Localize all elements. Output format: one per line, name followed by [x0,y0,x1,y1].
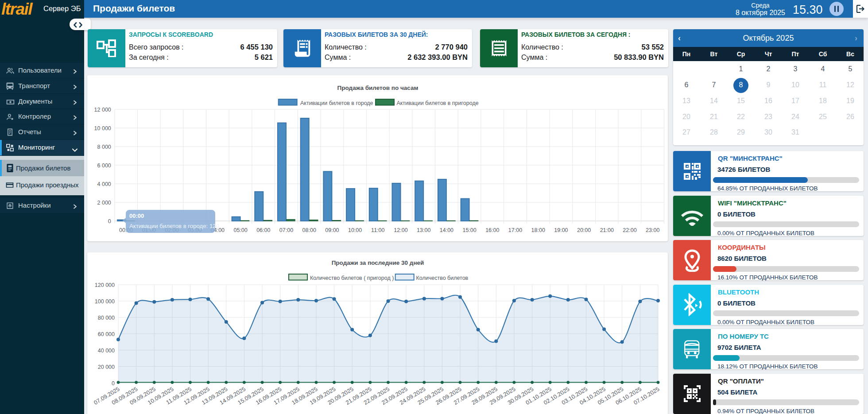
svg-text:40 000: 40 000 [98,348,115,354]
svg-text:2 000: 2 000 [97,200,111,206]
svg-text:15:00: 15:00 [462,227,476,233]
svg-text:Активации билетов в городе: Активации билетов в городе [300,100,373,106]
svg-text:Активации билетов в пригороде: Активации билетов в пригороде [396,100,478,106]
svg-text:Продажа билетов по часам: Продажа билетов по часам [337,85,418,91]
svg-text:20 000: 20 000 [98,364,115,370]
svg-text:120 000: 120 000 [95,282,115,288]
svg-text:0: 0 [112,380,115,387]
svg-text:8 000: 8 000 [97,144,111,150]
svg-text:14:00: 14:00 [440,227,453,233]
svg-text:17:00: 17:00 [508,227,522,233]
svg-text:23:00: 23:00 [646,227,659,233]
svg-text:Продажи за последние 30 дней: Продажи за последние 30 дней [332,259,424,266]
svg-text:00:00: 00:00 [129,213,144,219]
svg-text:Количество билетов: Количество билетов [416,275,469,281]
svg-text:07:00: 07:00 [279,227,293,233]
svg-text:06:00: 06:00 [256,227,270,233]
svg-text:13:00: 13:00 [417,227,430,233]
svg-text:4 000: 4 000 [97,181,111,187]
svg-text:12 000: 12 000 [94,107,111,113]
svg-text:12:00: 12:00 [394,227,407,233]
svg-text:10 000: 10 000 [94,125,111,132]
svg-text:18:00: 18:00 [531,227,545,233]
svg-text:80 000: 80 000 [98,315,115,321]
svg-text:100 000: 100 000 [95,298,115,305]
svg-text:Количество билетов ( пригород: Количество билетов ( пригород ) [310,275,394,281]
svg-text:05:00: 05:00 [233,227,247,233]
svg-text:09:00: 09:00 [325,227,339,233]
svg-text:0: 0 [108,218,111,224]
svg-text:60 000: 60 000 [98,331,115,337]
svg-text:08:00: 08:00 [302,227,316,233]
svg-text:20:00: 20:00 [577,227,591,233]
svg-text:6 000: 6 000 [97,163,111,169]
svg-text:10:00: 10:00 [348,227,362,233]
svg-text:Активации билетов в городе: 12: Активации билетов в городе: 120 [129,223,219,229]
svg-text:19:00: 19:00 [554,227,568,233]
svg-text:11:00: 11:00 [371,227,384,233]
svg-text:22:00: 22:00 [623,227,636,233]
svg-text:16:00: 16:00 [485,227,499,233]
svg-text:21:00: 21:00 [600,227,614,233]
